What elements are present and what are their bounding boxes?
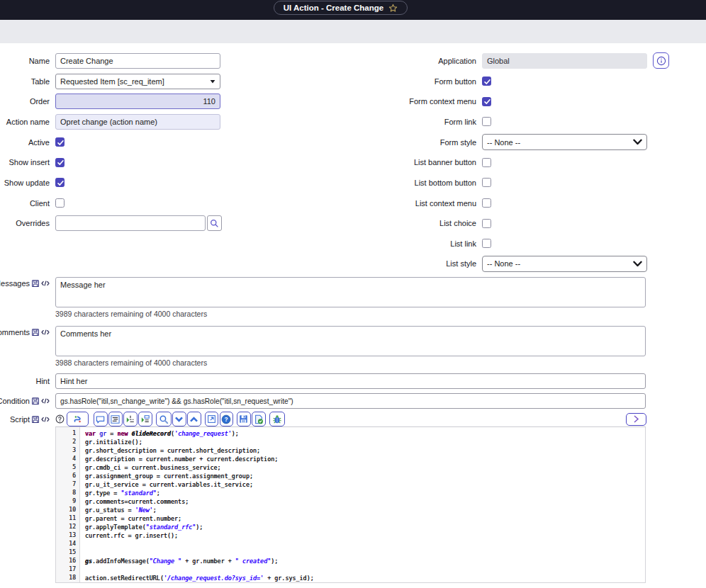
code-line[interactable]: gr.assignment_group = current.assignment… xyxy=(85,472,645,480)
favorite-star-icon[interactable] xyxy=(388,4,398,13)
name-input[interactable] xyxy=(55,53,220,69)
code-line[interactable]: gr.description = current.number + curren… xyxy=(85,455,645,463)
find-previous-button[interactable] xyxy=(187,412,201,426)
show-update-checkbox[interactable] xyxy=(55,178,65,187)
toggle-comment-button[interactable] xyxy=(94,412,108,426)
client-label: Client xyxy=(30,199,50,208)
form-button-checkbox[interactable] xyxy=(482,77,491,86)
script-debugger-button[interactable] xyxy=(269,412,285,426)
chevron-right-icon xyxy=(633,415,639,423)
application-info-button[interactable] xyxy=(653,52,669,69)
expand-editor-button[interactable] xyxy=(626,413,646,426)
open-full-screen-button[interactable] xyxy=(205,412,219,426)
table-label: Table xyxy=(31,77,50,86)
field-row-order: Order xyxy=(0,91,227,112)
code-line[interactable] xyxy=(85,540,645,548)
code-line[interactable]: gr.comments=current.comments; xyxy=(85,497,645,506)
syntax-check-button[interactable] xyxy=(252,412,266,426)
form-style-select[interactable]: -- None -- xyxy=(482,134,647,150)
action-name-input[interactable] xyxy=(55,114,220,130)
form-style-select-value: -- None -- xyxy=(487,138,633,147)
condition-input[interactable] xyxy=(55,393,646,409)
show-insert-checkbox[interactable] xyxy=(55,158,65,167)
field-row-name: Name xyxy=(0,51,227,72)
field-row-list-style: List style -- None -- xyxy=(427,254,706,274)
checkmark-icon xyxy=(57,159,65,166)
list-bottom-button-label: List bottom button xyxy=(415,179,476,187)
toggle-syntax-editor-button[interactable] xyxy=(67,412,89,426)
name-label: Name xyxy=(29,57,50,65)
messages-textarea[interactable]: Message her xyxy=(55,277,646,307)
code-glyph-icon xyxy=(41,416,50,423)
line-number: 7 xyxy=(56,480,76,489)
code-line[interactable] xyxy=(85,548,645,557)
order-input[interactable] xyxy=(55,94,220,109)
floppy-icon xyxy=(32,329,39,337)
line-number: 12 xyxy=(56,523,76,531)
uncomment-code-button[interactable] xyxy=(138,412,152,426)
list-choice-checkbox[interactable] xyxy=(482,219,491,228)
code-line[interactable]: action.setRedirectURL('/change_request.d… xyxy=(85,574,645,582)
code-line[interactable]: gr.parent = current.number; xyxy=(85,514,645,523)
code-line[interactable]: gr.u_status = 'New'; xyxy=(85,506,645,514)
code-line[interactable]: gr.u_it_service = current.variables.it_s… xyxy=(85,480,645,489)
client-checkbox[interactable] xyxy=(55,198,65,208)
table-select[interactable]: Requested Item [sc_req_item] xyxy=(55,74,220,89)
hint-input[interactable] xyxy=(55,373,646,389)
list-link-checkbox[interactable] xyxy=(482,239,491,248)
form-column-left: Name Table Requested Item [sc_req_item] … xyxy=(0,51,227,234)
script-code-editor[interactable]: 123456789101112131415161718 var gr = new… xyxy=(55,426,646,583)
floppy-icon xyxy=(32,280,39,288)
code-line[interactable]: gs.addInfoMessage("Change " + gr.number … xyxy=(85,557,645,565)
script-label: Script xyxy=(10,415,30,424)
code-line[interactable]: var gr = new GlideRecord('change_request… xyxy=(85,429,645,438)
line-number: 11 xyxy=(56,514,76,523)
chevron-down-icon xyxy=(633,261,642,267)
code-line[interactable]: gr.type = "standard"; xyxy=(85,489,645,497)
help-question-icon[interactable] xyxy=(55,414,65,424)
field-row-condition: Condition xyxy=(0,393,706,409)
find-next-button[interactable] xyxy=(172,412,186,426)
comments-textarea[interactable]: Comments her xyxy=(55,326,646,356)
code-line[interactable] xyxy=(85,565,645,574)
floppy-save-icon xyxy=(239,414,248,424)
code-line[interactable]: current.rfc = gr.insert(); xyxy=(85,531,645,540)
search-script-button[interactable] xyxy=(156,412,172,426)
code-line[interactable]: gr.cmdb_ci = current.business_service; xyxy=(85,463,645,472)
save-script-button[interactable] xyxy=(237,412,251,426)
record-title-pill[interactable]: UI Action - Create Change xyxy=(274,1,408,15)
field-row-form-style: Form style -- None -- xyxy=(427,132,706,152)
field-row-client: Client xyxy=(0,193,227,213)
floppy-icon xyxy=(32,397,39,405)
format-code-button[interactable] xyxy=(108,412,123,426)
list-context-menu-label: List context menu xyxy=(415,199,476,208)
list-banner-button-checkbox[interactable] xyxy=(482,158,491,167)
active-checkbox[interactable] xyxy=(55,137,65,147)
field-row-list-context-menu: List context menu xyxy=(427,193,706,213)
list-bottom-button-checkbox[interactable] xyxy=(482,178,491,187)
info-icon xyxy=(656,56,666,66)
editor-help-button[interactable]: ? xyxy=(220,412,234,426)
code-line[interactable]: gr.applyTemplate("standard_rfc"); xyxy=(85,523,645,531)
messages-counter: 3989 characters remaining of 4000 charac… xyxy=(55,310,207,318)
overrides-input[interactable] xyxy=(55,215,206,231)
chevron-down-bold-icon xyxy=(175,417,183,422)
list-style-select[interactable]: -- None -- xyxy=(482,256,647,272)
active-label: Active xyxy=(28,138,50,147)
list-context-menu-checkbox[interactable] xyxy=(482,198,491,208)
code-area[interactable]: var gr = new GlideRecord('change_request… xyxy=(80,427,645,582)
checkmark-icon xyxy=(483,78,491,86)
line-number: 16 xyxy=(56,557,76,565)
line-number: 17 xyxy=(56,565,76,574)
comment-code-button[interactable] xyxy=(123,412,138,426)
messages-label: Messages xyxy=(0,279,30,288)
chevron-up-bold-icon xyxy=(190,417,198,422)
code-line[interactable]: gr.short_description = current.short_des… xyxy=(85,446,645,455)
overrides-lookup-button[interactable] xyxy=(207,215,222,231)
form-context-menu-checkbox[interactable] xyxy=(482,97,491,106)
field-row-form-context-menu: Form context menu xyxy=(427,91,706,112)
hint-label: Hint xyxy=(35,377,50,385)
show-update-label: Show update xyxy=(4,179,50,187)
code-line[interactable]: gr.initialize(); xyxy=(85,438,645,446)
form-link-checkbox[interactable] xyxy=(482,117,491,126)
